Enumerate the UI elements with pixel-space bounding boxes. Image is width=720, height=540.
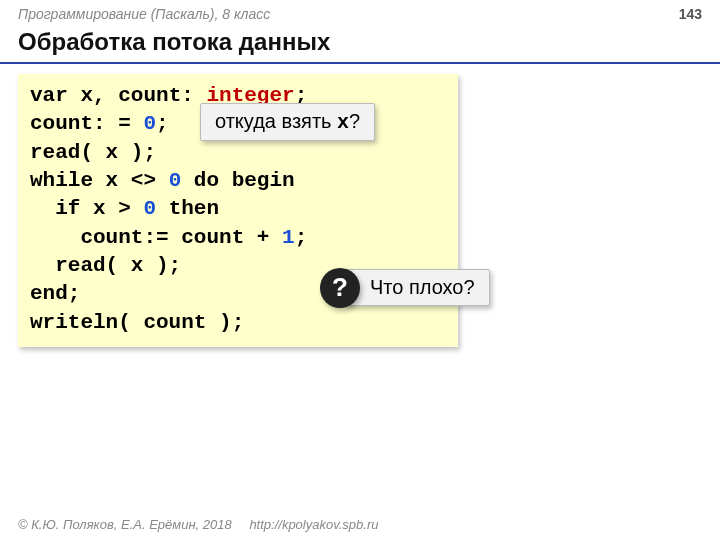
code-line: count:= count + 1; (30, 224, 446, 252)
header-bar: Программирование (Паскаль), 8 класс 143 (0, 0, 720, 24)
page-title: Обработка потока данных (0, 24, 720, 64)
annotation-text: откуда взять x? (215, 110, 360, 134)
copyright-text: © К.Ю. Поляков, Е.А. Ерёмин, 2018 (18, 517, 232, 532)
question-mark-icon: ? (320, 268, 360, 308)
footer-url: http://kpolyakov.spb.ru (249, 517, 378, 532)
course-label: Программирование (Паскаль), 8 класс (18, 6, 270, 22)
footer: © К.Ю. Поляков, Е.А. Ерёмин, 2018 http:/… (18, 517, 378, 532)
code-line: writeln( count ); (30, 309, 446, 337)
annotation-source-x: откуда взять x? (200, 103, 375, 141)
annotation-whats-wrong: ? Что плохо? (345, 269, 490, 306)
content-area: var x, count: integer; count: = 0; read(… (0, 64, 720, 357)
code-line: if x > 0 then (30, 195, 446, 223)
annotation-text: Что плохо? (370, 276, 475, 299)
code-line: while x <> 0 do begin (30, 167, 446, 195)
code-line: read( x ); (30, 139, 446, 167)
page-number: 143 (679, 6, 702, 22)
